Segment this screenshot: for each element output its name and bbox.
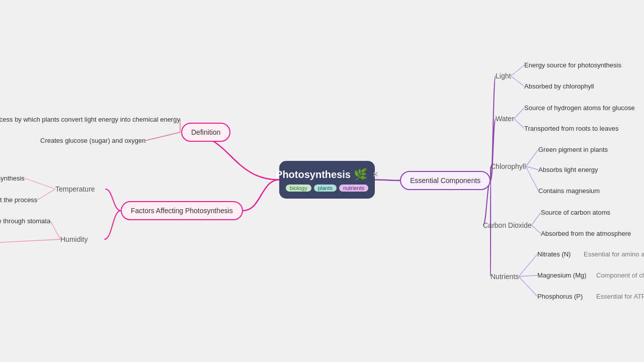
definition-branch-node[interactable]: Definition [181,123,230,142]
humidity-leaf-0: affects gas exchange through stomata [0,217,50,225]
temperature-leaf-0: affects rate of photosynthesis [0,174,25,182]
co2-leaf-1: Absorbed from the atmosphere [541,230,631,237]
svg-line-17 [519,277,537,297]
nitrates-desc: Essential for amino acids [584,250,644,258]
svg-line-3 [37,189,55,200]
node-title: Photosynthesis [276,169,351,180]
svg-line-4 [50,221,60,240]
magnesium-desc: Component of chlorophyll [596,272,644,279]
temperature-leaf-1: extreme temps inhibit the process [0,196,37,204]
svg-line-14 [532,225,541,234]
chlorophyll-leaf-1: Absorbs light energy [538,166,598,173]
svg-line-2 [25,178,55,190]
svg-line-9 [514,119,524,129]
light-leaf-1: Absorbed by chlorophyll [524,82,594,90]
center-node[interactable]: Photosynthesis 🌿 ✕ biology plants nutrie… [279,161,375,199]
svg-line-7 [511,76,524,86]
light-leaf-0: Energy source for photosynthesis [524,61,621,69]
tag-nutrients: nutrients [339,185,368,192]
svg-line-11 [526,166,538,170]
factors-branch-node[interactable]: Factors Affecting Photosynthesis [121,201,243,220]
close-icon: ✕ [372,170,378,178]
svg-line-10 [526,150,538,167]
water-category: Water [496,115,514,123]
essential-label: Essential Components [410,176,480,185]
co2-category: Carbon Dioxide [483,221,532,229]
tag-biology: biology [286,185,311,192]
humidity-category: Humidity [60,235,88,243]
definition-leaf-1: Creates glucose (sugar) and oxygen [40,137,146,144]
light-category: Light [496,72,511,80]
svg-line-16 [519,276,537,277]
factors-label: Factors Affecting Photosynthesis [131,207,233,215]
nutrients-category: Nutrients [491,273,519,281]
water-leaf-1: Transported from roots to leaves [524,125,618,132]
svg-line-8 [514,108,524,119]
nitrates-label: Nitrates (N) [537,250,571,258]
svg-line-15 [519,254,537,277]
definition-label: Definition [191,128,220,136]
svg-line-6 [511,65,524,76]
definition-leaf-0: process by which plants convert light en… [0,116,180,123]
phosphorus-desc: Essential for ATP [596,293,644,300]
chlorophyll-leaf-2: Contains magnesium [538,187,600,195]
essential-branch-node[interactable]: Essential Components [400,171,491,190]
tag-plants: plants [314,185,337,192]
phosphorus-label: Phosphorus (P) [537,293,583,300]
svg-line-1 [146,132,180,141]
chlorophyll-leaf-0: Green pigment in plants [538,146,608,153]
svg-line-5 [0,239,60,243]
chlorophyll-category: Chlorophyll [491,162,526,170]
leaf-icon: 🌿 [354,168,367,181]
co2-leaf-0: Source of carbon atoms [541,209,610,216]
magnesium-label: Magnesium (Mg) [537,272,587,279]
temperature-category: Temperature [55,185,95,193]
svg-line-12 [526,166,538,191]
svg-line-13 [532,213,541,226]
water-leaf-0: Source of hydrogen atoms for glucose [524,104,635,112]
